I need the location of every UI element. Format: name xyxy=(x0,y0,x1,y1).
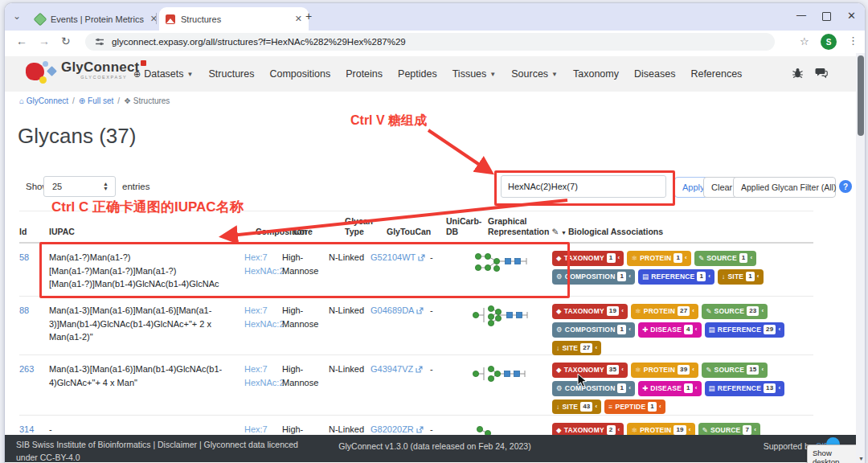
nav-item-diseases[interactable]: Diseases xyxy=(634,68,675,80)
chevron-left-icon: ‹ xyxy=(695,383,698,393)
header-core: Core xyxy=(293,227,345,242)
badge-site[interactable]: ↓SITE27‹ xyxy=(552,341,601,356)
scrollbar-down-arrow[interactable]: ▼ xyxy=(858,456,864,461)
chevron-left-icon: ‹ xyxy=(659,402,661,412)
glycan-cartoon[interactable] xyxy=(472,251,533,273)
nav-item-proteins[interactable]: Proteins xyxy=(346,68,383,80)
glytoucan-link[interactable]: G04689DA xyxy=(371,305,424,315)
protein-icon: ⚛ xyxy=(631,253,637,264)
glycan-type-value: N-Linked xyxy=(329,416,371,436)
badge-label: SOURCE xyxy=(714,365,745,375)
badge-composition[interactable]: ⚙COMPOSITION1‹ xyxy=(552,381,635,396)
glycan-id-link[interactable]: 88 xyxy=(19,305,29,315)
glycan-id-link[interactable]: 58 xyxy=(19,252,29,262)
window-restore-button[interactable] xyxy=(822,12,831,21)
bug-report-icon[interactable] xyxy=(792,67,804,79)
badge-protein[interactable]: ⚛PROTEIN27‹ xyxy=(631,304,698,319)
applied-filter-dropdown[interactable]: Applied Glycan Filter (All) ▼ xyxy=(733,177,836,198)
badge-protein[interactable]: ⚛PROTEIN39‹ xyxy=(631,363,698,378)
breadcrumb-separator: / xyxy=(72,96,75,105)
composition-link[interactable]: Hex:7 xyxy=(244,305,268,315)
browser-menu-icon[interactable]: ⋮ xyxy=(848,35,858,47)
window-minimize-button[interactable]: — xyxy=(796,10,806,21)
page-title: Glycans (37) xyxy=(18,124,136,149)
nav-item-datasets[interactable]: ⊕Datasets▼ xyxy=(133,68,193,80)
badge-disease[interactable]: ✚DISEASE4‹ xyxy=(638,322,702,338)
glycan-cartoon[interactable] xyxy=(472,423,533,436)
badge-source[interactable]: ✎SOURCE1‹ xyxy=(694,251,756,266)
badge-source[interactable]: ✎SOURCE15‹ xyxy=(702,363,768,378)
badge-taxonomy[interactable]: ◆TAXONOMY2‹ xyxy=(552,423,624,436)
badge-site[interactable]: ↓SITE43‹ xyxy=(552,399,601,415)
badge-reference[interactable]: ▤REFERENCE13‹ xyxy=(705,381,785,396)
badge-reference[interactable]: ▤REFERENCE29‹ xyxy=(705,322,785,338)
badge-label: COMPOSITION xyxy=(565,383,616,394)
badge-count: 2 xyxy=(607,425,616,435)
glycan-cartoon[interactable] xyxy=(472,363,533,385)
composition-link[interactable]: HexNAc:2 xyxy=(244,378,285,387)
badge-source[interactable]: ✎SOURCE7‹ xyxy=(698,423,760,436)
badge-taxonomy[interactable]: ◆TAXONOMY19‹ xyxy=(552,304,628,319)
tab-close-icon[interactable]: ✕ xyxy=(295,14,302,24)
tab-events-protein-metrics[interactable]: Events | Protein Metrics ✕ xyxy=(29,7,164,31)
forward-button[interactable]: → xyxy=(39,35,50,47)
badge-disease[interactable]: ✚DISEASE1‹ xyxy=(638,381,702,396)
badge-source[interactable]: ✎SOURCE23‹ xyxy=(702,304,768,319)
chevron-left-icon: ‹ xyxy=(621,365,624,375)
header-graphical-representation[interactable]: GraphicalRepresentation ✎ ▼ xyxy=(488,216,568,242)
profile-avatar[interactable]: S xyxy=(821,34,837,50)
chevron-left-icon: ‹ xyxy=(761,306,764,316)
badge-peptide[interactable]: ≡PEPTIDE1‹ xyxy=(604,399,665,415)
badge-site[interactable]: ↓SITE1‹ xyxy=(718,269,764,285)
chevron-left-icon: ‹ xyxy=(778,325,780,334)
glycan-id-link[interactable]: 263 xyxy=(19,364,34,374)
nav-item-structures[interactable]: Structures xyxy=(208,68,254,80)
chevron-down-icon: ▼ xyxy=(551,71,558,78)
breadcrumb-glyconnect[interactable]: ⌂ GlyConnect xyxy=(19,96,68,105)
badge-composition[interactable]: ⚙COMPOSITION1‹ xyxy=(552,322,635,338)
reload-button[interactable]: ↻ xyxy=(61,35,71,47)
badge-taxonomy[interactable]: ◆TAXONOMY35‹ xyxy=(552,363,628,378)
glyconnect-logo[interactable]: GlyConnect GLYCOEXPASY xyxy=(26,60,146,86)
nav-item-sources[interactable]: Sources▼ xyxy=(511,68,558,80)
badge-reference[interactable]: ▤REFERENCE1‹ xyxy=(638,269,714,285)
glycan-cartoon[interactable] xyxy=(472,304,533,326)
page-scrollbar[interactable]: ▼ xyxy=(856,53,865,463)
window-close-button[interactable]: ✕ xyxy=(847,10,856,22)
breadcrumb-full-set[interactable]: ⊕ Full set xyxy=(79,96,113,105)
badge-taxonomy[interactable]: ◆TAXONOMY1‹ xyxy=(552,251,624,266)
help-button[interactable]: ? xyxy=(839,180,852,193)
bookmark-star-icon[interactable]: ☆ xyxy=(800,35,809,47)
composition-link[interactable]: Hex:7 xyxy=(244,252,268,262)
tab-structures[interactable]: Structures ✕ xyxy=(159,7,309,31)
new-tab-button[interactable]: + xyxy=(305,10,312,23)
scrollbar-thumb[interactable] xyxy=(858,55,864,136)
source-icon: ✎ xyxy=(702,425,708,436)
nav-item-tissues[interactable]: Tissues▼ xyxy=(452,68,497,80)
composition-link[interactable]: Hex:7 xyxy=(244,364,268,374)
header-unicarb-db: UniCarb-DB xyxy=(446,216,488,242)
composition-link[interactable]: Hex:7 xyxy=(244,424,268,434)
composition-link[interactable]: HexNAc:2 xyxy=(244,266,285,276)
glytoucan-link[interactable]: G82020ZR xyxy=(371,424,424,434)
glycan-id-link[interactable]: 314 xyxy=(19,424,34,434)
glycan-filter-input[interactable] xyxy=(501,175,666,198)
taxonomy-icon: ◆ xyxy=(556,306,562,317)
badge-protein[interactable]: ⚛PROTEIN19‹ xyxy=(627,423,694,436)
nav-item-taxonomy[interactable]: Taxonomy xyxy=(573,68,619,80)
nav-item-compositions[interactable]: Compositions xyxy=(269,68,330,80)
nav-item-references[interactable]: References xyxy=(690,68,742,80)
entries-select[interactable]: 25 ▲▼ xyxy=(43,176,116,197)
back-button[interactable]: ← xyxy=(16,35,27,47)
badge-protein[interactable]: ⚛PROTEIN1‹ xyxy=(627,251,691,266)
glytoucan-link[interactable]: G52104WT xyxy=(371,252,425,262)
chat-icon[interactable] xyxy=(815,67,828,79)
badge-composition[interactable]: ⚙COMPOSITION1‹ xyxy=(552,269,635,285)
tab-search-chevron-icon[interactable]: ⌄ xyxy=(13,10,21,22)
header-iupac: IUPAC xyxy=(49,227,256,242)
address-field[interactable]: glyconnect.expasy.org/all/structures?f=H… xyxy=(85,33,775,51)
nav-item-peptides[interactable]: Peptides xyxy=(398,68,437,80)
composition-link[interactable]: HexNAc:2 xyxy=(244,319,285,329)
glytoucan-link[interactable]: G43947VZ xyxy=(371,364,423,374)
badge-count: 1 xyxy=(648,402,657,412)
